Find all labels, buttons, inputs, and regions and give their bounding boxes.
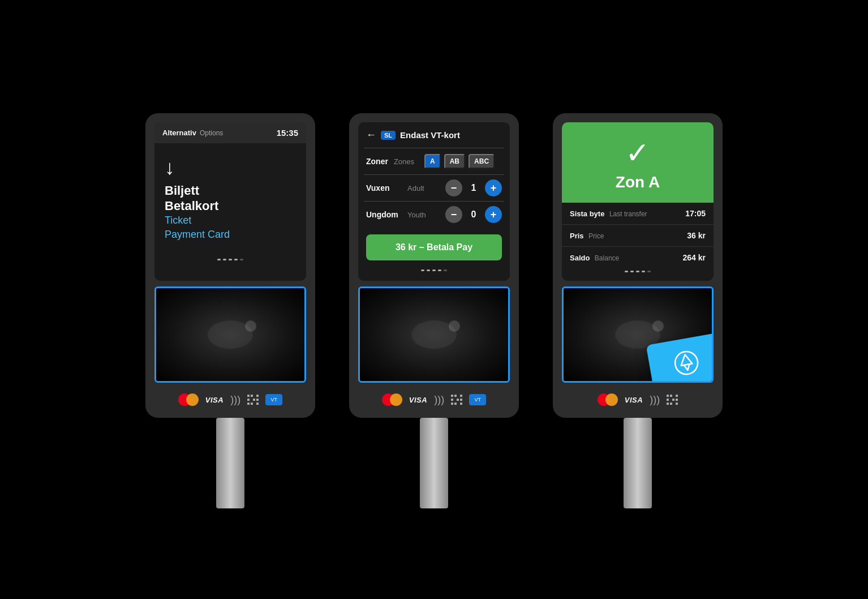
machine-1-body: ↓ BiljettBetalkort Ticket Payment Card — [154, 143, 306, 256]
nfc-icon-3: ))) — [650, 394, 660, 406]
machine-1-screen: Alternativ Options 15:35 ↓ BiljettBetalk… — [154, 122, 306, 281]
vt-card-icon-2: VT — [469, 394, 486, 405]
machine-1-header-left: Alternativ Options — [162, 129, 223, 137]
machine-2: ← SL Endast VT-kort Zoner Zones A AB ABC — [349, 113, 519, 418]
zones-label-sv: Zoner — [366, 157, 388, 166]
last-transfer-label-en: Last transfer — [609, 210, 647, 218]
zone-btn-ab[interactable]: AB — [444, 154, 465, 169]
adult-qty-controls: − 1 + — [445, 179, 502, 196]
adult-minus-btn[interactable]: − — [445, 179, 462, 196]
zone-btn-a[interactable]: A — [424, 154, 441, 169]
youth-label-sv: Ungdom — [366, 210, 403, 219]
pole-3 — [624, 418, 652, 508]
adult-count: 1 — [468, 183, 479, 193]
dot-3 — [229, 259, 232, 260]
check-icon: ✓ — [625, 138, 650, 168]
mastercard-icon-2 — [382, 393, 402, 407]
vt-logo-svg — [670, 346, 703, 379]
dot-5 — [240, 259, 243, 260]
dot-2 — [223, 259, 226, 260]
price-label-en: Price — [588, 232, 604, 240]
dot-4 — [234, 259, 238, 260]
down-arrow-icon: ↓ — [165, 157, 175, 178]
dots-indicator-3 — [562, 268, 714, 275]
camera-view-3 — [562, 286, 714, 383]
qr-icon-1 — [247, 395, 259, 405]
ticket-label-sv: BiljettBetalkort — [165, 183, 218, 213]
machine-1-time: 15:35 — [277, 128, 298, 138]
last-transfer-label-sv: Sista byte — [570, 209, 604, 218]
payment-row-3: VISA ))) — [562, 388, 714, 409]
camera-view-1 — [154, 286, 306, 383]
machine-3: ✓ Zon A Sista byte Last transfer 17:05 — [553, 113, 723, 418]
mastercard-icon-3 — [598, 393, 618, 407]
machine-3-wrapper: ✓ Zon A Sista byte Last transfer 17:05 — [553, 113, 723, 508]
success-section: ✓ Zon A — [562, 122, 714, 203]
machine-1: Alternativ Options 15:35 ↓ BiljettBetalk… — [145, 113, 315, 418]
machine-1-label-en: Options — [200, 129, 223, 137]
qr-icon-2 — [451, 395, 462, 405]
balance-label-en: Balance — [595, 254, 619, 262]
zone-buttons: A AB ABC — [424, 154, 495, 169]
machine-1-header: Alternativ Options 15:35 — [154, 122, 306, 143]
info-table: Sista byte Last transfer 17:05 Pris Pric… — [562, 203, 714, 268]
price-row: Pris Price 36 kr — [562, 225, 714, 247]
adult-label-en: Adult — [407, 184, 430, 192]
payment-row-2: VISA ))) VT — [358, 388, 510, 409]
dots-indicator-1 — [154, 256, 306, 263]
last-transfer-value: 17:05 — [685, 209, 706, 218]
ticket-label-en: Ticket Payment Card — [165, 213, 230, 242]
youth-count: 0 — [468, 209, 479, 220]
svg-point-0 — [673, 349, 699, 375]
zones-row: Zoner Zones A AB ABC — [358, 148, 510, 174]
dot-1 — [217, 259, 221, 260]
adult-row: Vuxen Adult − 1 + — [358, 175, 510, 201]
pole-1 — [216, 418, 244, 508]
machine-2-screen: ← SL Endast VT-kort Zoner Zones A AB ABC — [358, 122, 510, 281]
youth-row: Ungdom Youth − 0 + — [358, 202, 510, 228]
zone-btn-abc[interactable]: ABC — [469, 154, 495, 169]
mastercard-icon-1 — [178, 393, 199, 407]
mc-circle-right-1 — [186, 393, 199, 406]
machine-3-screen: ✓ Zon A Sista byte Last transfer 17:05 — [562, 122, 714, 281]
qr-icon-3 — [667, 395, 678, 405]
camera-reflection-1 — [245, 320, 256, 332]
camera-reflection-3 — [652, 320, 664, 332]
zone-title: Zon A — [616, 173, 660, 191]
youth-plus-btn[interactable]: + — [485, 206, 502, 223]
youth-qty-controls: − 0 + — [445, 206, 502, 223]
visa-icon-2: VISA — [409, 396, 427, 404]
vt-badge: SL — [381, 131, 396, 140]
pole-2 — [420, 418, 448, 508]
camera-view-2 — [358, 286, 510, 383]
price-label-sv: Pris — [570, 232, 584, 240]
youth-minus-btn[interactable]: − — [445, 206, 462, 223]
adult-label-sv: Vuxen — [366, 183, 403, 192]
camera-inner-2 — [360, 288, 508, 381]
youth-label-en: Youth — [407, 211, 430, 219]
visa-icon-3: VISA — [625, 396, 643, 404]
camera-reflection-2 — [449, 320, 460, 332]
machine-1-wrapper: Alternativ Options 15:35 ↓ BiljettBetalk… — [145, 113, 315, 508]
nfc-icon-2: ))) — [434, 394, 444, 406]
adult-plus-btn[interactable]: + — [485, 179, 502, 196]
price-value: 36 kr — [687, 231, 706, 240]
machine-2-wrapper: ← SL Endast VT-kort Zoner Zones A AB ABC — [349, 113, 519, 508]
pay-button[interactable]: 36 kr – Betala Pay — [366, 234, 502, 260]
balance-row: Saldo Balance 264 kr — [562, 247, 714, 268]
machines-container: Alternativ Options 15:35 ↓ BiljettBetalk… — [145, 91, 723, 508]
vt-symbol-1: VT — [270, 397, 277, 403]
machine-2-title: Endast VT-kort — [400, 130, 460, 140]
visa-icon-1: VISA — [205, 396, 224, 404]
payment-row-1: VISA ))) VT — [154, 388, 306, 409]
balance-value: 264 kr — [683, 253, 706, 262]
nfc-icon-1: ))) — [230, 394, 240, 406]
last-transfer-row: Sista byte Last transfer 17:05 — [562, 203, 714, 225]
zones-label-en: Zones — [394, 157, 414, 166]
camera-inner-1 — [156, 288, 304, 381]
back-arrow-icon[interactable]: ← — [366, 129, 376, 141]
balance-label-sv: Saldo — [570, 254, 590, 262]
dots-indicator-2 — [358, 267, 510, 273]
vt-card-icon-1: VT — [265, 394, 282, 405]
machine-1-label-sv: Alternativ — [162, 129, 196, 137]
